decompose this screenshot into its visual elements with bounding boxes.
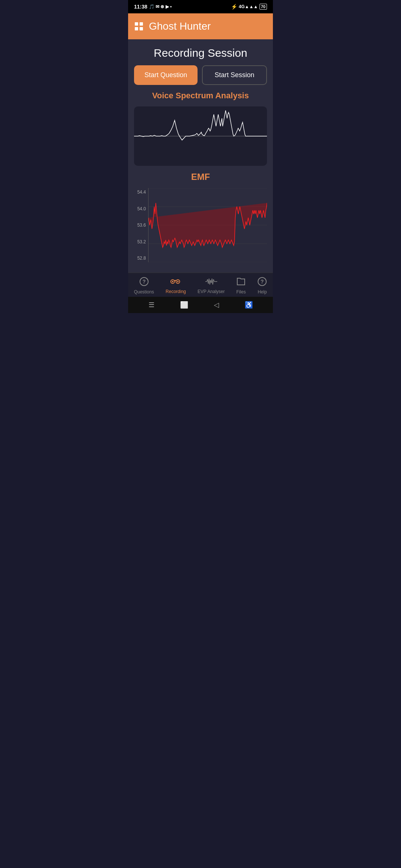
nav-questions-label: Questions [134, 289, 154, 295]
status-right: ⚡ 4G▲▲▲ 70 [231, 4, 267, 10]
main-content: Recording Session Start Question Start S… [128, 39, 273, 273]
recording-icon [170, 277, 181, 287]
svg-text:?: ? [261, 279, 264, 285]
status-time: 11:38 [134, 4, 147, 10]
emf-chart [148, 188, 267, 262]
android-nav-bar: ☰ ⬜ ◁ ♿ [128, 297, 273, 313]
bottom-nav: ? Questions Recording [128, 273, 273, 297]
bluetooth-icon: ⚡ [231, 4, 237, 10]
battery-indicator: 70 [260, 4, 267, 10]
nav-files-label: Files [237, 289, 246, 295]
nav-help-label: Help [258, 289, 267, 295]
questions-icon: ? [139, 277, 149, 288]
svg-point-9 [172, 281, 173, 282]
nav-evp-label: EVP Analyser [198, 289, 225, 294]
emf-y-label-2: 53.2 [134, 239, 146, 244]
status-bar: 11:38 🎵 ✉ ⊛ ▶ • ⚡ 4G▲▲▲ 70 [128, 0, 273, 13]
android-home-btn[interactable]: ⬜ [180, 301, 188, 309]
files-icon [237, 277, 245, 288]
grid-icon[interactable] [135, 22, 143, 30]
waveform-svg [134, 106, 267, 166]
android-back-btn[interactable]: ◁ [214, 301, 219, 309]
nav-recording[interactable]: Recording [166, 277, 186, 294]
nav-recording-label: Recording [166, 289, 186, 294]
status-icons: 🎵 ✉ ⊛ ▶ • [149, 4, 172, 9]
nav-questions[interactable]: ? Questions [134, 277, 154, 295]
start-session-button[interactable]: Start Session [202, 65, 267, 85]
voice-spectrum-title: Voice Spectrum Analysis [134, 91, 267, 101]
svg-line-23 [213, 279, 214, 282]
waveform-display [134, 106, 267, 166]
emf-y-axis: 54.4 54.0 53.6 53.2 52.8 [134, 188, 148, 262]
android-accessibility-btn[interactable]: ♿ [245, 301, 253, 309]
nav-evp-analyser[interactable]: EVP Analyser [198, 277, 225, 294]
evp-icon [205, 277, 217, 287]
app-header: Ghost Hunter [128, 13, 273, 39]
page-title: Recording Session [134, 47, 267, 59]
status-left: 11:38 🎵 ✉ ⊛ ▶ • [134, 4, 172, 10]
nav-help[interactable]: ? Help [257, 277, 267, 295]
emf-title: EMF [134, 172, 267, 182]
app-title: Ghost Hunter [149, 20, 211, 32]
start-question-button[interactable]: Start Question [134, 65, 198, 85]
help-icon: ? [257, 277, 267, 288]
signal-icon: 4G▲▲▲ [239, 4, 258, 9]
emf-y-label-1: 52.8 [134, 256, 146, 261]
emf-y-label-5: 54.4 [134, 190, 146, 195]
emf-chart-svg [149, 188, 267, 262]
action-buttons: Start Question Start Session [134, 65, 267, 85]
svg-point-11 [177, 281, 179, 282]
emf-y-label-3: 53.6 [134, 223, 146, 228]
svg-text:?: ? [142, 279, 146, 285]
emf-chart-container: 54.4 54.0 53.6 53.2 52.8 [134, 188, 267, 262]
android-menu-btn[interactable]: ☰ [149, 301, 154, 309]
emf-y-label-4: 54.0 [134, 206, 146, 211]
nav-files[interactable]: Files [237, 277, 246, 295]
svg-line-22 [213, 279, 213, 285]
